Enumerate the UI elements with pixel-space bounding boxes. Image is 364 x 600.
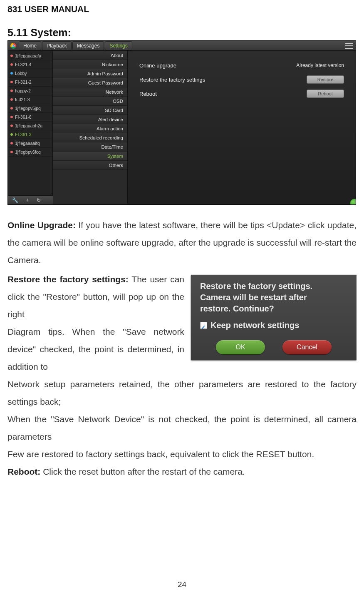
device-label: 1jfiegaaaaifq: [15, 141, 40, 146]
status-dot-icon: [10, 151, 13, 153]
hamburger-icon[interactable]: [345, 43, 353, 49]
device-item[interactable]: FI-361-6: [8, 113, 52, 122]
device-list: 1jfiegaaaaafaFI-321-4LobbyFI-321-2happy-…: [8, 51, 53, 204]
status-dot-icon: [10, 63, 13, 66]
restore-button[interactable]: Restore: [307, 75, 344, 84]
settings-menu-item[interactable]: Guest Password: [53, 78, 127, 87]
label-reboot-heading: Reboot:: [7, 467, 40, 476]
device-item[interactable]: happy-2: [8, 87, 52, 95]
text-p2c: Network setup parameters retained, the o…: [7, 376, 357, 411]
doc-header: 831 USER MANUAL: [7, 4, 357, 14]
settings-menu-item[interactable]: System: [53, 152, 127, 161]
plus-icon[interactable]: ＋: [25, 197, 30, 204]
label-restore-heading: Restore the factory settings:: [7, 274, 129, 284]
settings-menu-item[interactable]: Alarm action: [53, 124, 127, 133]
keep-network-label: Keep network settings: [210, 317, 299, 334]
status-dot-icon: [10, 90, 13, 92]
nav-settings[interactable]: Settings: [105, 41, 132, 50]
dialog-line1: Restore the factory settings.: [200, 281, 348, 292]
device-label: FI-361-3: [15, 132, 32, 137]
settings-menu-item[interactable]: SD Card: [53, 106, 127, 115]
ok-button[interactable]: OK: [216, 340, 265, 354]
label-reboot: Reboot: [139, 91, 157, 97]
status-dot-icon: [10, 55, 13, 57]
status-latest-version: Already latest version: [296, 62, 344, 68]
reboot-button[interactable]: Reboot: [307, 90, 344, 98]
label-online-upgrade-heading: Online Upgrade:: [7, 220, 76, 230]
device-item[interactable]: 1jfiegbpv5jpq: [8, 104, 52, 113]
device-label: happy-2: [15, 88, 31, 93]
doc-body-text: Online Upgrade: If you have the latest s…: [7, 217, 357, 480]
device-label: FI-361-6: [15, 115, 32, 120]
settings-menu-item[interactable]: Network: [53, 87, 127, 97]
settings-menu-item[interactable]: Scheduled recording: [53, 133, 127, 142]
device-item[interactable]: FI-361-3: [8, 130, 52, 139]
status-dot-icon: [10, 142, 13, 144]
settings-main: Online upgrade Already latest version Re…: [128, 51, 356, 204]
page-number: 24: [0, 580, 364, 589]
device-item[interactable]: Lobby: [8, 69, 52, 78]
label-restore: Restore the factory settings: [139, 77, 205, 83]
settings-menu-item[interactable]: Alert device: [53, 115, 127, 124]
settings-menu: AboutNicknameAdmin PasswordGuest Passwor…: [53, 51, 128, 204]
device-label: 1jfiegbpv6fcq: [15, 149, 41, 154]
settings-menu-item[interactable]: About: [53, 51, 127, 60]
device-item[interactable]: FI-321-4: [8, 60, 52, 69]
status-dot-icon: [10, 116, 13, 118]
settings-menu-item[interactable]: Nickname: [53, 60, 127, 69]
cancel-button[interactable]: Cancel: [282, 340, 332, 354]
status-dot-icon: [10, 81, 13, 83]
device-item[interactable]: 1jfiegbpv6fcq: [8, 148, 52, 157]
nav-messages[interactable]: Messages: [72, 41, 104, 50]
device-label: 1jfiegaaaaafa: [15, 53, 41, 58]
device-item[interactable]: 1jfiegaaaaifq: [8, 139, 52, 148]
settings-menu-item[interactable]: OSD: [53, 97, 127, 106]
device-label: 1jfiegbpv5jpq: [15, 106, 41, 111]
status-dot-icon: [10, 72, 13, 75]
device-item[interactable]: FI-321-2: [8, 78, 52, 87]
status-dot-icon: [10, 124, 13, 127]
device-item[interactable]: 1jfiegaaaaafa: [8, 52, 52, 60]
device-item[interactable]: 1jfiegaaaah2a: [8, 122, 52, 130]
top-nav: Home Playback Messages Settings: [8, 41, 356, 51]
device-toolbar: 🔧 ＋ ↻: [8, 195, 53, 204]
refresh-icon[interactable]: ↻: [37, 197, 41, 203]
wrench-icon[interactable]: 🔧: [12, 197, 18, 203]
keep-network-row[interactable]: Keep network settings: [200, 317, 348, 334]
text-p4: Few are restored to factory settings bac…: [7, 446, 357, 463]
device-label: FI-321-4: [15, 62, 32, 67]
section-title: 5.11 System:: [7, 27, 357, 39]
device-label: fi-321-3: [15, 97, 30, 102]
device-label: Lobby: [15, 71, 27, 76]
row-online-upgrade: Online upgrade Already latest version: [139, 59, 344, 72]
chrome-icon: [10, 43, 16, 49]
settings-menu-item[interactable]: Others: [53, 161, 127, 170]
settings-menu-item[interactable]: Admin Password: [53, 69, 127, 78]
nav-home[interactable]: Home: [19, 41, 41, 50]
status-dot-icon: [10, 98, 13, 101]
text-p3: When the "Save Network Device" is not ch…: [7, 411, 357, 446]
settings-menu-item[interactable]: Date/Time: [53, 142, 127, 152]
dialog-line2: Camera will be restart after: [200, 292, 348, 303]
label-online-upgrade: Online upgrade: [139, 62, 176, 69]
device-label: 1jfiegaaaah2a: [15, 123, 42, 128]
row-restore: Restore the factory settings Restore: [139, 73, 344, 86]
nav-playback[interactable]: Playback: [42, 41, 72, 50]
device-label: FI-321-2: [15, 80, 32, 85]
status-dot-icon: [10, 107, 13, 110]
settings-screenshot: Home Playback Messages Settings 1jfiegaa…: [7, 40, 356, 205]
dialog-line3: restore. Continue?: [200, 303, 348, 314]
dialog-message: Restore the factory settings. Camera wil…: [200, 281, 348, 314]
keep-network-checkbox[interactable]: [200, 322, 207, 329]
status-dot-icon: [10, 133, 13, 136]
text-p5: Click the reset button after the restart…: [40, 467, 245, 476]
help-bubble-icon[interactable]: [350, 199, 356, 205]
device-item[interactable]: fi-321-3: [8, 95, 52, 104]
restore-dialog-screenshot: Restore the factory settings. Camera wil…: [191, 275, 357, 360]
row-reboot: Reboot Reboot: [139, 87, 344, 100]
